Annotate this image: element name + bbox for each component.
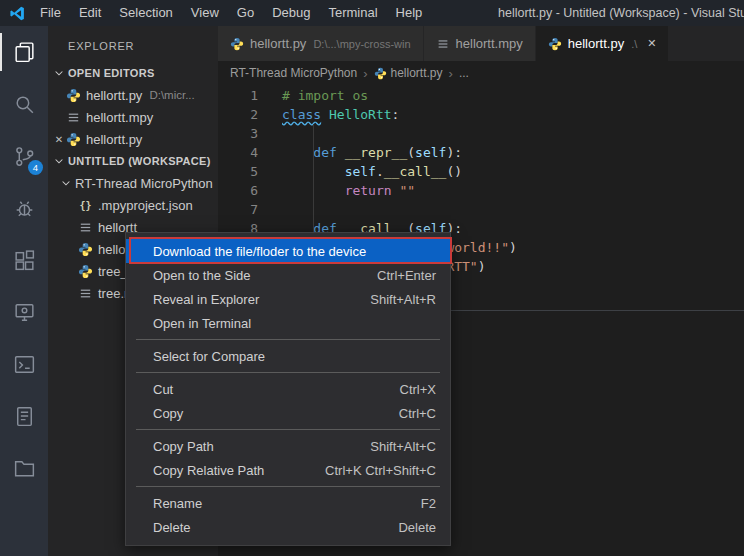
menu-item-shortcut: Ctrl+X	[372, 382, 436, 397]
menu-item-label: Select for Compare	[153, 349, 265, 364]
breadcrumb-item[interactable]: hellortt.py	[391, 66, 443, 80]
activity-run-debug[interactable]	[0, 182, 48, 234]
open-editor-name: hellortt.py	[86, 132, 142, 147]
menu-item-download-the-file-floder-to-the-device[interactable]: Download the file/floder to the device	[126, 239, 450, 263]
code-token: ()	[446, 164, 462, 179]
json-file-icon: {}	[78, 198, 93, 213]
line-number: 7	[218, 200, 258, 219]
window-title: hellortt.py - Untitled (Workspace) - Vis…	[498, 0, 744, 26]
breadcrumb[interactable]: RT-Thread MicroPython›hellortt.py›...	[218, 61, 744, 85]
menu-separator	[136, 429, 440, 430]
code-line[interactable]: 7	[218, 200, 744, 219]
chevron-down-icon	[60, 177, 72, 189]
menu-item-label: Download the file/floder to the device	[153, 244, 366, 259]
menu-item-label: Copy Path	[153, 439, 214, 454]
python-file-icon	[548, 37, 562, 51]
code-token: class	[282, 107, 321, 122]
activity-folder[interactable]	[0, 442, 48, 494]
open-editor-item[interactable]: ✕hellortt.py	[48, 128, 218, 150]
tab-hellortt-py[interactable]: hellortt.py.\✕	[536, 26, 670, 61]
activity-search[interactable]	[0, 78, 48, 130]
code-line[interactable]: 4 def __repr__(self):	[218, 143, 744, 162]
menu-separator	[136, 486, 440, 487]
menu-item-delete[interactable]: DeleteDelete	[126, 515, 450, 539]
code-line[interactable]: 5 self.__call__()	[218, 162, 744, 181]
folder-icon	[12, 456, 37, 481]
open-editors-label: OPEN EDITORS	[68, 67, 155, 79]
menu-item-copy[interactable]: CopyCtrl+C	[126, 401, 450, 425]
activity-explorer[interactable]	[0, 26, 48, 78]
file-name: .mpyproject.json	[98, 198, 193, 213]
workspace-label: UNTITLED (WORKSPACE)	[68, 155, 211, 167]
menu-edit[interactable]: Edit	[70, 0, 110, 26]
line-number: 5	[218, 162, 258, 181]
open-editor-item[interactable]: hellortt.pyD:\micr...	[48, 84, 218, 106]
line-number: 3	[218, 124, 258, 143]
activity-terminal[interactable]	[0, 338, 48, 390]
code-token: # import os	[282, 88, 368, 103]
workspace-header[interactable]: UNTITLED (WORKSPACE)	[48, 150, 218, 172]
code-line[interactable]: 2class HelloRtt:	[218, 105, 744, 124]
titlebar: FileEditSelectionViewGoDebugTerminalHelp…	[0, 0, 744, 26]
activity-bar: 4	[0, 26, 48, 556]
menu-view[interactable]: View	[182, 0, 228, 26]
mpy-file-icon	[436, 37, 450, 51]
code-line[interactable]: 6 return ""	[218, 181, 744, 200]
menu-go[interactable]: Go	[228, 0, 263, 26]
menu-item-rename[interactable]: RenameF2	[126, 491, 450, 515]
terminal-icon	[12, 352, 37, 377]
tab-label: hellortt.mpy	[456, 36, 523, 51]
menu-selection[interactable]: Selection	[110, 0, 181, 26]
explorer-icon	[12, 40, 37, 65]
menu-item-shortcut: Delete	[370, 520, 436, 535]
breadcrumb-item[interactable]: RT-Thread MicroPython	[230, 66, 357, 80]
tab-close-icon[interactable]: ✕	[647, 37, 656, 50]
line-number: 2	[218, 105, 258, 124]
menu-item-label: Rename	[153, 496, 202, 511]
menu-file[interactable]: File	[31, 0, 70, 26]
vscode-window: FileEditSelectionViewGoDebugTerminalHelp…	[0, 0, 744, 556]
activity-output[interactable]	[0, 390, 48, 442]
search-icon	[12, 92, 37, 117]
menu-item-label: Cut	[153, 382, 173, 397]
menu-item-label: Open to the Side	[153, 268, 251, 283]
activity-source-control[interactable]: 4	[0, 130, 48, 182]
activity-device-monitor[interactable]	[0, 286, 48, 338]
menu-item-open-to-the-side[interactable]: Open to the SideCtrl+Enter	[126, 263, 450, 287]
open-editors-header[interactable]: OPEN EDITORS	[48, 62, 218, 84]
line-number: 6	[218, 181, 258, 200]
menu-item-cut[interactable]: CutCtrl+X	[126, 377, 450, 401]
explorer-title: EXPLORER	[48, 26, 218, 62]
line-number: 1	[218, 86, 258, 105]
menu-item-copy-path[interactable]: Copy PathShift+Alt+C	[126, 434, 450, 458]
breadcrumb-item[interactable]: ...	[459, 66, 469, 80]
tab-hellortt-mpy[interactable]: hellortt.mpy	[424, 26, 536, 61]
open-editor-item[interactable]: hellortt.mpy	[48, 106, 218, 128]
menu-help[interactable]: Help	[387, 0, 432, 26]
tab-hellortt-py[interactable]: hellortt.pyD:\...\mpy-cross-win	[218, 26, 424, 61]
menu-item-shortcut: Ctrl+Enter	[349, 268, 436, 283]
code-line[interactable]: 1# import os	[218, 86, 744, 105]
breadcrumb-separator: ›	[363, 66, 367, 81]
document-icon	[12, 404, 37, 429]
code-token: def	[313, 145, 336, 160]
menu-separator	[136, 339, 440, 340]
menu-terminal[interactable]: Terminal	[319, 0, 386, 26]
menu-item-shortcut: Shift+Alt+R	[342, 292, 436, 307]
python-file-icon	[66, 88, 81, 103]
vscode-logo-icon	[9, 5, 26, 22]
folder-rt-thread-micropython[interactable]: RT-Thread MicroPython	[48, 172, 218, 194]
activity-extensions[interactable]	[0, 234, 48, 286]
tab-detail: .\	[631, 38, 637, 50]
menu-debug[interactable]: Debug	[263, 0, 319, 26]
menu-item-copy-relative-path[interactable]: Copy Relative PathCtrl+K Ctrl+Shift+C	[126, 458, 450, 482]
breadcrumb-separator: ›	[449, 66, 453, 81]
python-file-icon	[78, 264, 93, 279]
menu-item-open-in-terminal[interactable]: Open in Terminal	[126, 311, 450, 335]
menu-item-label: Reveal in Explorer	[153, 292, 259, 307]
menu-item-select-for-compare[interactable]: Select for Compare	[126, 344, 450, 368]
menu-item-reveal-in-explorer[interactable]: Reveal in ExplorerShift+Alt+R	[126, 287, 450, 311]
file-mpyproject-json[interactable]: {}.mpyproject.json	[48, 194, 218, 216]
code-line[interactable]: 3	[218, 124, 744, 143]
close-editor-icon[interactable]: ✕	[52, 134, 66, 145]
